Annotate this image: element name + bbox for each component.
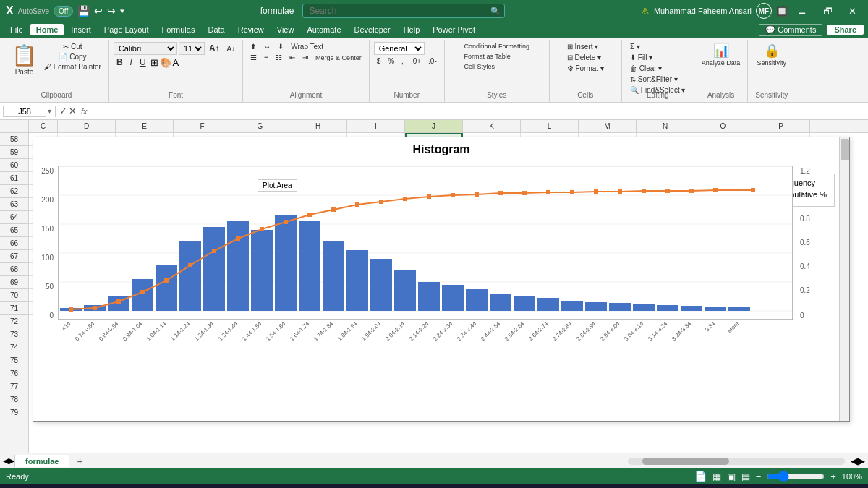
- zoom-out-icon[interactable]: −: [756, 471, 762, 482]
- sensitivity-button[interactable]: 🔒 Sensitivity: [754, 42, 790, 68]
- ribbon-display-icon[interactable]: 🔲: [776, 6, 788, 17]
- format-painter-button[interactable]: 🖌 Format Painter: [41, 62, 104, 72]
- align-middle-button[interactable]: ↔: [260, 42, 273, 51]
- copy-button[interactable]: 📄 Copy: [41, 52, 104, 61]
- expand-icon[interactable]: ▾: [48, 107, 51, 115]
- col-header-m[interactable]: M: [579, 120, 637, 132]
- col-header-h[interactable]: H: [289, 120, 347, 132]
- fill-button[interactable]: ⬇ Fill ▾: [627, 53, 655, 62]
- row-65[interactable]: 65: [0, 224, 28, 237]
- cut-button[interactable]: ✂ Cut: [41, 42, 104, 51]
- menu-automate[interactable]: Automate: [301, 24, 346, 35]
- cross-icon[interactable]: ✕: [69, 106, 77, 116]
- menu-review[interactable]: Review: [232, 24, 270, 35]
- align-center-button[interactable]: ≡: [261, 53, 271, 62]
- histogram-chart[interactable]: 250 200 150 100 50 0 1.2 1.0 0.8 0.6 0.4…: [33, 159, 822, 405]
- font-size-select[interactable]: 11: [179, 42, 205, 55]
- indent-inc-button[interactable]: ⇥: [299, 53, 311, 62]
- row-74[interactable]: 74: [0, 341, 28, 354]
- col-header-d[interactable]: D: [58, 120, 116, 132]
- number-format-select[interactable]: General: [374, 42, 425, 55]
- prev-sheet-button[interactable]: ◀: [3, 456, 9, 466]
- checkmark-icon[interactable]: ✓: [59, 106, 67, 116]
- font-shrink-button[interactable]: A↓: [224, 44, 239, 53]
- scroll-left-button[interactable]: ◀: [851, 455, 858, 466]
- font-name-select[interactable]: Calibri: [114, 42, 177, 55]
- col-header-f[interactable]: F: [174, 120, 231, 132]
- paste-button[interactable]: 📋 Paste: [9, 42, 40, 77]
- formula-input[interactable]: [92, 106, 865, 116]
- zoom-in-icon[interactable]: +: [830, 471, 836, 482]
- align-left-button[interactable]: ☰: [247, 53, 260, 62]
- share-button[interactable]: Share: [827, 25, 864, 35]
- menu-insert[interactable]: Insert: [65, 24, 97, 35]
- search-input[interactable]: [302, 4, 505, 18]
- percent-button[interactable]: %: [385, 56, 397, 66]
- menu-home[interactable]: Home: [30, 24, 64, 35]
- autosave-toggle[interactable]: Off: [54, 6, 73, 17]
- row-75[interactable]: 75: [0, 354, 28, 367]
- row-78[interactable]: 78: [0, 393, 28, 406]
- col-header-c[interactable]: C: [29, 120, 58, 132]
- scroll-thumb[interactable]: [841, 139, 849, 160]
- fill-color-icon[interactable]: 🎨: [160, 57, 171, 68]
- row-79[interactable]: 79: [0, 406, 28, 419]
- row-69[interactable]: 69: [0, 276, 28, 289]
- insert-cells-button[interactable]: ⊞ Insert ▾: [564, 42, 602, 51]
- col-header-o[interactable]: O: [694, 120, 752, 132]
- minimize-button[interactable]: 🗕: [792, 4, 813, 18]
- merge-center-button[interactable]: Merge & Center: [312, 53, 365, 62]
- font-color-icon[interactable]: A: [173, 57, 179, 68]
- menu-data[interactable]: Data: [202, 24, 230, 35]
- sum-button[interactable]: Σ ▾: [627, 42, 643, 51]
- page-layout-view-button[interactable]: ▣: [727, 471, 736, 482]
- border-icon[interactable]: ⊞: [150, 57, 158, 68]
- dec-inc-button[interactable]: .0+: [408, 56, 424, 66]
- row-64[interactable]: 64: [0, 211, 28, 224]
- col-header-e[interactable]: E: [116, 120, 174, 132]
- sheet-scrollbar[interactable]: [628, 458, 845, 465]
- cell-ref-input[interactable]: [3, 106, 46, 117]
- menu-power-pivot[interactable]: Power Pivot: [427, 24, 481, 35]
- row-63[interactable]: 63: [0, 198, 28, 211]
- sheet-scroll-thumb[interactable]: [642, 458, 729, 465]
- menu-page-layout[interactable]: Page Layout: [98, 24, 155, 35]
- col-header-k[interactable]: K: [463, 120, 521, 132]
- row-72[interactable]: 72: [0, 315, 28, 328]
- row-76[interactable]: 76: [0, 367, 28, 380]
- align-top-button[interactable]: ⬆: [247, 42, 259, 51]
- col-header-l[interactable]: L: [521, 120, 579, 132]
- row-67[interactable]: 67: [0, 250, 28, 263]
- undo-icon[interactable]: ↩: [94, 5, 103, 17]
- menu-formulas[interactable]: Formulas: [156, 24, 201, 35]
- menu-file[interactable]: File: [4, 24, 29, 35]
- indent-dec-button[interactable]: ⇤: [286, 53, 298, 62]
- row-58[interactable]: 58: [0, 133, 28, 146]
- align-right-button[interactable]: ☷: [273, 53, 285, 62]
- analyze-data-button[interactable]: 📊 Analyze Data: [699, 42, 744, 68]
- col-header-i[interactable]: I: [347, 120, 405, 132]
- row-73[interactable]: 73: [0, 328, 28, 341]
- bold-button[interactable]: B: [114, 56, 126, 68]
- conditional-formatting-button[interactable]: Conditional Formatting: [461, 42, 532, 51]
- user-avatar[interactable]: MF: [756, 3, 772, 19]
- comma-button[interactable]: ,: [399, 56, 407, 66]
- row-62[interactable]: 62: [0, 185, 28, 198]
- row-60[interactable]: 60: [0, 159, 28, 172]
- cell-styles-button[interactable]: Cell Styles: [461, 62, 498, 71]
- page-break-view-button[interactable]: ▤: [741, 471, 750, 482]
- row-59[interactable]: 59: [0, 146, 28, 159]
- row-77[interactable]: 77: [0, 380, 28, 393]
- wrap-text-button[interactable]: Wrap Text: [288, 42, 326, 51]
- scroll-right-button[interactable]: ▶: [858, 455, 865, 466]
- redo-icon[interactable]: ↪: [107, 5, 116, 17]
- format-cells-button[interactable]: ⚙ Format ▾: [564, 64, 607, 73]
- delete-cells-button[interactable]: ⊟ Delete ▾: [564, 53, 604, 62]
- col-header-g[interactable]: G: [231, 120, 289, 132]
- save-icon[interactable]: 💾: [77, 5, 90, 17]
- row-68[interactable]: 68: [0, 263, 28, 276]
- restore-button[interactable]: 🗗: [817, 4, 838, 18]
- col-header-n[interactable]: N: [637, 120, 694, 132]
- sort-filter-button[interactable]: ⇅ Sort&Filter ▾: [627, 74, 681, 84]
- underline-button[interactable]: U: [137, 56, 149, 68]
